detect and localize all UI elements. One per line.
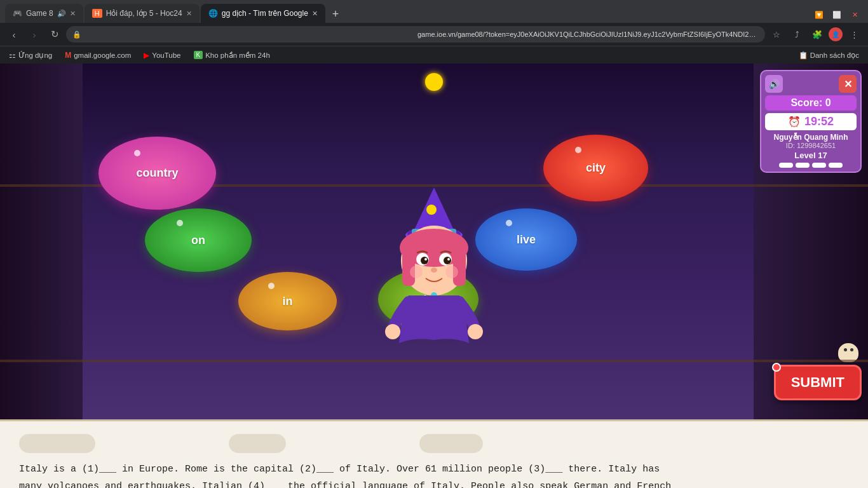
share-button[interactable]: ⤴ bbox=[788, 25, 806, 43]
bookmark-star-button[interactable]: ☆ bbox=[768, 25, 785, 43]
score-display: Score: 0 bbox=[765, 95, 857, 111]
tab3-close[interactable]: ✕ bbox=[312, 10, 318, 18]
timer-value: 19:52 bbox=[804, 115, 834, 128]
bubble-dot-3 bbox=[177, 220, 183, 226]
level-dot-3 bbox=[812, 163, 826, 168]
bubble-live-word: live bbox=[517, 233, 536, 247]
danh-sach-label: Danh sách đọc bbox=[810, 51, 859, 60]
browser-chrome: 🎮 Game 8 🔊 ✕ H Hỏi đáp, lớp 5 - Hoc24 ✕ … bbox=[0, 0, 868, 64]
youtube-icon: ▶ bbox=[144, 51, 149, 60]
level-dot-1 bbox=[779, 163, 793, 168]
submit-dot bbox=[772, 363, 781, 372]
sound-button[interactable]: 🔊 bbox=[765, 75, 783, 93]
level-dot-4 bbox=[829, 163, 843, 168]
bookmark-kho[interactable]: K Kho phần mềm 24h bbox=[190, 50, 274, 61]
level-dot-2 bbox=[796, 163, 810, 168]
bookmark-danh-sach[interactable]: 📋 Danh sách đọc bbox=[795, 50, 863, 61]
timer-display: ⏰ 19:52 bbox=[765, 113, 857, 130]
bubble-on[interactable]: on bbox=[145, 208, 252, 272]
tab-game8[interactable]: 🎮 Game 8 🔊 ✕ bbox=[5, 4, 83, 23]
youtube-label: YouTube bbox=[152, 51, 180, 59]
svg-point-13 bbox=[424, 258, 427, 261]
passage-content: Italy is a (1)___ in Europe. Rome is the… bbox=[19, 464, 671, 488]
bubble-in-word: in bbox=[283, 295, 293, 308]
lock-icon: 🔒 bbox=[72, 30, 414, 39]
svg-point-19 bbox=[385, 324, 400, 339]
tab3-title: gg dịch - Tìm trên Google bbox=[222, 9, 308, 18]
player-name: Nguyễn Quang Minh bbox=[765, 133, 857, 142]
nav-actions: ☆ ⤴ 🧩 👤 ⋮ bbox=[768, 25, 863, 43]
tab1-close[interactable]: ✕ bbox=[70, 10, 76, 18]
moon-decor bbox=[425, 73, 443, 91]
profile-button[interactable]: 👤 bbox=[829, 27, 843, 41]
svg-point-14 bbox=[447, 258, 450, 261]
bubble-dot-5 bbox=[268, 283, 275, 289]
svg-point-4 bbox=[426, 205, 437, 215]
bookmark-apps[interactable]: ⚏ Ứng dụng bbox=[5, 50, 56, 61]
svg-point-17 bbox=[445, 266, 458, 278]
bookmark-youtube[interactable]: ▶ YouTube bbox=[140, 50, 184, 61]
minimize-button[interactable]: 🔽 bbox=[811, 6, 827, 23]
bubble-country[interactable]: country bbox=[98, 137, 216, 210]
game-area: 🔊 ✕ Score: 0 ⏰ 19:52 Nguyễn Quang Minh I… bbox=[0, 64, 868, 419]
bubble-city[interactable]: city bbox=[543, 135, 648, 201]
tab2-close[interactable]: ✕ bbox=[186, 10, 192, 18]
score-panel-header: 🔊 ✕ bbox=[765, 75, 857, 93]
tab3-favicon: 🌐 bbox=[208, 9, 218, 18]
maximize-button[interactable]: ⬜ bbox=[829, 6, 845, 23]
answer-display bbox=[19, 434, 849, 453]
timer-icon: ⏰ bbox=[788, 116, 801, 128]
bubble-dot-2 bbox=[575, 147, 581, 153]
address-text: game.ioe.vn/game08/?token=eyJ0eXAiOiJKV1… bbox=[417, 30, 759, 38]
submit-button[interactable]: SUBMIT bbox=[774, 365, 862, 400]
close-window-button[interactable]: ✕ bbox=[846, 6, 863, 23]
danh-sach-icon: 📋 bbox=[799, 51, 808, 60]
forward-button[interactable]: › bbox=[25, 25, 43, 43]
bubble-dot-1 bbox=[134, 150, 140, 156]
submit-label: SUBMIT bbox=[791, 374, 844, 390]
tab-google[interactable]: 🌐 gg dịch - Tìm trên Google ✕ bbox=[201, 4, 325, 23]
passage-text: Italy is a (1)___ in Europe. Rome is the… bbox=[19, 461, 686, 488]
svg-point-16 bbox=[410, 266, 423, 278]
svg-point-15 bbox=[431, 268, 437, 273]
bubble-city-word: city bbox=[586, 161, 606, 175]
tab1-audio: 🔊 bbox=[57, 10, 66, 18]
close-game-button[interactable]: ✕ bbox=[839, 75, 857, 93]
witch-character bbox=[370, 184, 498, 381]
address-bar[interactable]: 🔒 game.ioe.vn/game08/?token=eyJ0eXAiOiJK… bbox=[66, 26, 765, 43]
tab2-title: Hỏi đáp, lớp 5 - Hoc24 bbox=[106, 9, 182, 18]
apps-grid-icon: ⚏ bbox=[9, 51, 16, 60]
svg-point-11 bbox=[421, 257, 428, 264]
kho-label: Kho phần mềm 24h bbox=[205, 51, 270, 60]
bookmark-gmail[interactable]: M gmail.google.com bbox=[61, 50, 135, 61]
window-controls: 🔽 ⬜ ✕ bbox=[811, 6, 863, 23]
apps-label: Ứng dụng bbox=[18, 51, 52, 60]
extensions-button[interactable]: 🧩 bbox=[808, 25, 826, 43]
bubble-country-word: country bbox=[136, 166, 178, 180]
bubble-dot-4 bbox=[506, 220, 512, 226]
bookmarks-bar: ⚏ Ứng dụng M gmail.google.com ▶ YouTube … bbox=[0, 46, 868, 64]
text-area: Italy is a (1)___ in Europe. Rome is the… bbox=[0, 419, 868, 488]
score-panel: 🔊 ✕ Score: 0 ⏰ 19:52 Nguyễn Quang Minh I… bbox=[760, 70, 862, 173]
player-id: ID: 1299842651 bbox=[765, 142, 857, 149]
kho-icon: K bbox=[194, 51, 203, 59]
shelf-left bbox=[0, 64, 83, 419]
tab1-title: Game 8 bbox=[26, 9, 53, 18]
refresh-button[interactable]: ↻ bbox=[46, 25, 64, 43]
bubble-on-word: on bbox=[191, 234, 205, 247]
back-button[interactable]: ‹ bbox=[5, 25, 23, 43]
tab1-favicon: 🎮 bbox=[13, 9, 22, 18]
gmail-icon: M bbox=[65, 51, 71, 60]
tab-bar: 🎮 Game 8 🔊 ✕ H Hỏi đáp, lớp 5 - Hoc24 ✕ … bbox=[0, 0, 868, 23]
svg-point-20 bbox=[468, 324, 483, 339]
menu-button[interactable]: ⋮ bbox=[845, 25, 863, 43]
level-label: Level 17 bbox=[765, 151, 857, 160]
gmail-label: gmail.google.com bbox=[74, 51, 131, 59]
tab2-favicon: H bbox=[92, 9, 102, 18]
new-tab-button[interactable]: + bbox=[327, 5, 344, 23]
bubble-in[interactable]: in bbox=[238, 272, 337, 330]
svg-point-12 bbox=[444, 257, 451, 264]
level-progress bbox=[765, 163, 857, 168]
nav-bar: ‹ › ↻ 🔒 game.ioe.vn/game08/?token=eyJ0eX… bbox=[0, 23, 868, 46]
tab-hoidap[interactable]: H Hỏi đáp, lớp 5 - Hoc24 ✕ bbox=[85, 4, 200, 23]
